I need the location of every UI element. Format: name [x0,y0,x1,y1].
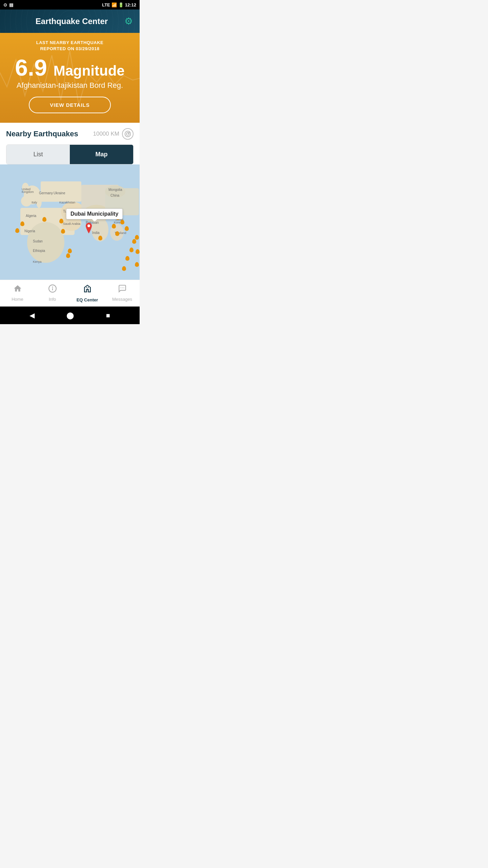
nav-item-info[interactable]: Info [41,284,64,302]
sim-icon: ▤ [9,2,13,7]
view-tab-toggle: List Map [6,144,134,164]
svg-text:Nigeria: Nigeria [24,229,35,233]
eq-dot[interactable] [129,248,134,252]
map-pin[interactable] [84,223,94,236]
distance-container: 10000 KM [93,128,134,140]
location-tooltip: Dubai Municipality [66,209,123,219]
recents-button[interactable]: ■ [106,312,110,319]
eq-dot[interactable] [68,249,72,253]
svg-text:Mongolia: Mongolia [108,188,122,192]
svg-point-40 [87,224,90,227]
eq-dot[interactable] [135,262,139,267]
back-button[interactable]: ◀ [29,311,35,319]
svg-text:Algeria: Algeria [26,214,37,218]
svg-text:Kenya: Kenya [33,260,42,263]
status-bar: ⊙ ▤ LTE 📶 🔋 12:12 [0,0,140,9]
eq-dot[interactable] [125,226,129,231]
time-label: 12:12 [125,2,136,7]
eq-dot[interactable] [136,249,140,254]
nav-item-home[interactable]: Home [6,284,29,302]
eq-dot[interactable] [59,219,63,223]
magnitude-value: 6.9 [15,55,47,80]
info-icon [48,284,57,295]
eq-banner: LAST NEARBY EARTHQUAKEREPORTED ON 03/29/… [0,33,140,123]
lte-label: LTE [102,2,110,7]
home-label: Home [12,297,23,302]
android-nav-bar: ◀ ⬤ ■ [0,307,140,324]
messages-label: Messages [112,297,132,302]
svg-text:Ukraine: Ukraine [54,191,65,195]
eq-dot[interactable] [125,256,129,261]
home-icon [13,284,22,295]
tooltip-text: Dubai Municipality [70,211,118,217]
view-details-button[interactable]: VIEW DETAILS [29,97,111,113]
app-title: Earthquake Center [19,17,124,26]
eq-dot[interactable] [120,220,124,224]
list-tab-button[interactable]: List [6,145,70,164]
eq-dot[interactable] [135,235,139,240]
info-label: Info [49,297,56,302]
svg-text:Germany: Germany [39,191,53,195]
eq-dot[interactable] [112,224,116,229]
magnitude-unit: Magnitude [54,63,125,79]
svg-text:Kazakhstan: Kazakhstan [59,201,75,204]
radar-icon[interactable] [122,128,134,140]
eq-dot[interactable] [61,229,65,234]
last-eq-label: LAST NEARBY EARTHQUAKEREPORTED ON 03/29/… [8,40,131,52]
svg-line-2 [128,132,130,134]
magnitude-display: 6.9 Magnitude [8,56,131,79]
battery-icon: 🔋 [118,2,124,7]
map-container[interactable]: United Kingdom Germany Ukraine Italy Alg… [0,164,140,280]
eq-dot[interactable] [132,239,136,244]
messages-icon [118,284,127,295]
distance-label: 10000 KM [93,131,120,137]
svg-text:Ethiopia: Ethiopia [33,249,45,253]
eq-dot[interactable] [66,253,70,258]
settings-icon[interactable]: ⚙ [124,16,133,27]
eq-center-label: EQ Center [77,297,98,302]
nearby-header: Nearby Earthquakes 10000 KM [6,128,134,140]
camera-icon: ⊙ [3,2,7,7]
eq-dot[interactable] [20,221,24,226]
eq-dot[interactable] [115,231,119,236]
eq-center-icon [82,283,93,296]
eq-dot[interactable] [122,266,126,271]
home-button[interactable]: ⬤ [66,311,74,319]
svg-text:Saudi Arabia: Saudi Arabia [63,222,80,225]
svg-text:Sudan: Sudan [33,239,43,243]
bottom-nav: Home Info EQ Center [0,280,140,307]
svg-text:Italy: Italy [32,201,37,204]
eq-dot[interactable] [42,217,46,222]
nav-item-eq-center[interactable]: EQ Center [76,283,99,302]
status-bar-right: LTE 📶 🔋 12:12 [102,2,136,7]
nav-item-messages[interactable]: Messages [110,284,134,302]
status-bar-left: ⊙ ▤ [3,2,13,7]
eq-dot[interactable] [98,236,102,240]
svg-text:Kingdom: Kingdom [22,190,34,194]
svg-text:China: China [110,194,120,197]
nearby-title: Nearby Earthquakes [6,130,78,138]
eq-location: Afghanistan-tajikistan Bord Reg. [8,81,131,90]
app-header: Earthquake Center ⚙ [0,9,140,33]
svg-point-6 [21,196,32,206]
nearby-section: Nearby Earthquakes 10000 KM List Map [0,123,140,164]
signal-icon: 📶 [111,2,117,7]
map-tab-button[interactable]: Map [70,145,133,164]
eq-dot[interactable] [15,228,19,233]
